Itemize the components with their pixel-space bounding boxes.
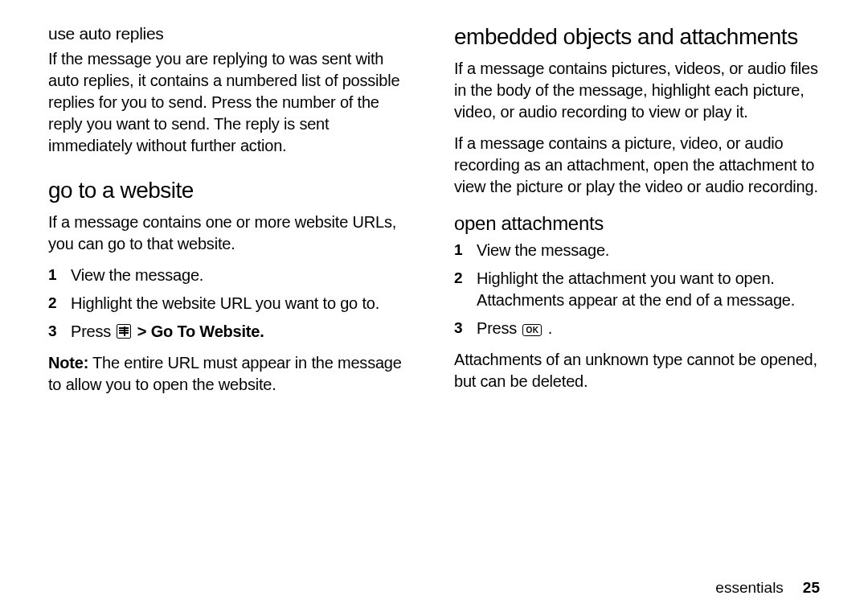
heading-embedded-objects: embedded objects and attachments (454, 24, 820, 50)
paragraph-auto-replies: If the message you are replying to was s… (48, 48, 414, 157)
steps-go-to-website: View the message. Highlight the website … (48, 265, 414, 343)
oa-step-3-pre: Press (477, 319, 521, 337)
page-columns: use auto replies If the message you are … (48, 24, 820, 405)
paragraph-unknown-type: Attachments of an unknown type cannot be… (454, 349, 820, 392)
step-1: View the message. (48, 265, 414, 286)
steps-open-attachments: View the message. Highlight the attachme… (454, 240, 820, 339)
paragraph-embedded-attachment: If a message contains a picture, video, … (454, 133, 820, 198)
oa-step-2: Highlight the attachment you want to ope… (454, 268, 820, 311)
menu-icon (117, 324, 131, 339)
paragraph-embedded-body: If a message contains pictures, videos, … (454, 58, 820, 123)
heading-go-to-website: go to a website (48, 178, 414, 203)
page-footer: essentials25 (715, 579, 820, 597)
step-3-post: > Go To Website. (133, 322, 264, 340)
ok-icon: OK (522, 324, 542, 336)
oa-step-1: View the message. (454, 240, 820, 261)
left-column: use auto replies If the message you are … (48, 24, 414, 405)
oa-step-3: Press OK . (454, 318, 820, 339)
step-2: Highlight the website URL you want to go… (48, 293, 414, 314)
step-3-pre: Press (71, 322, 115, 340)
step-3: Press > Go To Website. (48, 321, 414, 343)
paragraph-go-to-website-intro: If a message contains one or more websit… (48, 211, 414, 255)
right-column: embedded objects and attachments If a me… (454, 24, 820, 405)
oa-step-3-post: . (543, 319, 552, 337)
subhead-auto-replies: use auto replies (48, 24, 414, 43)
subhead-open-attachments: open attachments (454, 212, 820, 235)
footer-section: essentials (715, 579, 784, 596)
note-label: Note: (48, 354, 88, 372)
note-go-to-website: Note: The entire URL must appear in the … (48, 352, 414, 396)
footer-page-number: 25 (803, 579, 820, 596)
note-body: The entire URL must appear in the messag… (48, 354, 402, 393)
